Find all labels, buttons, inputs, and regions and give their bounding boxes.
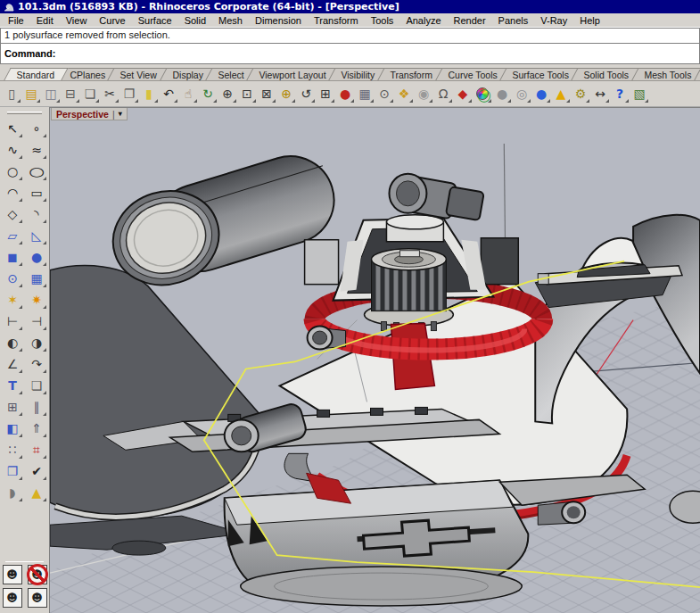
- zoom-window-button[interactable]: ⊡: [237, 83, 257, 104]
- duplicate-layer-tool[interactable]: ❐: [2, 460, 23, 482]
- undo-view-change-button[interactable]: ↺: [296, 83, 316, 104]
- select-pointer-tool[interactable]: ↖: [2, 118, 23, 139]
- car-demo-button[interactable]: ●: [335, 83, 355, 104]
- view-capture-side-button[interactable]: ☻: [28, 588, 47, 608]
- extrude-straight-tool[interactable]: ⇑: [26, 418, 47, 439]
- toolbar-grip[interactable]: [7, 112, 42, 114]
- options-gear-button[interactable]: ⚙: [571, 83, 590, 104]
- vray-banner-button[interactable]: ▧: [630, 83, 649, 104]
- view-capture-disabled-button[interactable]: ☻: [28, 565, 47, 584]
- spotlight-button[interactable]: ▲: [551, 83, 571, 104]
- cplane-button[interactable]: ▦: [355, 83, 375, 104]
- shaded-viewport-button[interactable]: ●: [492, 83, 512, 104]
- pan-view-button[interactable]: ☝: [178, 83, 198, 104]
- view-capture-rotate-button[interactable]: ☻: [3, 565, 22, 584]
- fillet-curve-tool[interactable]: ∠: [2, 353, 23, 375]
- menu-dimension[interactable]: Dimension: [249, 14, 308, 27]
- solid-sphere-tool[interactable]: ●: [26, 246, 47, 268]
- menu-surface[interactable]: Surface: [132, 14, 178, 27]
- menu-v-ray[interactable]: V-Ray: [534, 14, 573, 27]
- title-bar: 101.3dm (516893 KB) - Rhinoceros Corpora…: [0, 0, 700, 13]
- lock-button[interactable]: Ω: [433, 83, 453, 104]
- tab-surface-tools[interactable]: Surface Tools: [499, 68, 582, 80]
- rotate-view-button[interactable]: ↻: [198, 83, 218, 104]
- undo-button[interactable]: ↶: [159, 83, 178, 104]
- boolean-difference-tool[interactable]: ◑: [26, 332, 47, 353]
- group-blocks-tool[interactable]: ⊞: [2, 396, 23, 418]
- copy-button[interactable]: ❐: [119, 83, 139, 104]
- polygon-tool[interactable]: ◇: [2, 203, 23, 225]
- perspective-viewport[interactable]: Perspective | ▾: [49, 107, 700, 613]
- check-objects-tool[interactable]: ✔: [26, 460, 47, 482]
- clipping-plane-button[interactable]: ◆: [453, 83, 473, 104]
- menu-edit[interactable]: Edit: [30, 14, 60, 27]
- menu-transform[interactable]: Transform: [308, 14, 365, 27]
- move-tool[interactable]: ❏: [26, 375, 47, 396]
- view-capture-front-button[interactable]: ☻: [3, 588, 22, 608]
- control-point-curve-tool[interactable]: ≈: [26, 139, 47, 161]
- menu-file[interactable]: File: [2, 14, 30, 27]
- help-button[interactable]: ?: [610, 83, 630, 104]
- arc-tool[interactable]: ◠: [2, 182, 23, 203]
- zoom-dynamic-button[interactable]: ⊕: [218, 83, 237, 104]
- curve-tool[interactable]: ∿: [2, 139, 23, 161]
- tab-viewport-layout[interactable]: Viewport Layout: [246, 68, 340, 80]
- mesh-tool[interactable]: ▦: [26, 268, 47, 289]
- menu-tools[interactable]: Tools: [365, 14, 400, 27]
- print-button[interactable]: ⊟: [61, 83, 80, 104]
- menu-render[interactable]: Render: [448, 14, 492, 27]
- boolean-union-tool[interactable]: ◐: [2, 332, 23, 353]
- extend-curve-tool[interactable]: ↷: [26, 353, 47, 375]
- cylinder-torus-tool[interactable]: ⊙: [2, 268, 23, 289]
- menu-analyze[interactable]: Analyze: [399, 14, 447, 27]
- rendered-viewport-button[interactable]: ●: [531, 83, 551, 104]
- fillet-corner-tool[interactable]: ◝: [26, 203, 47, 225]
- tab-mesh-tools[interactable]: Mesh Tools: [631, 68, 700, 80]
- cplane-origin-button[interactable]: ⊙: [375, 83, 394, 104]
- open-file-button[interactable]: ▤: [21, 83, 41, 104]
- 3d-scene-canvas[interactable]: [50, 108, 700, 613]
- trim-tool[interactable]: ⊢: [2, 311, 23, 332]
- join-tool[interactable]: ✶: [2, 289, 23, 311]
- new-file-button[interactable]: ▯: [2, 83, 21, 104]
- dimension-button[interactable]: ↔: [590, 83, 610, 104]
- align-distribute-tool[interactable]: ∥: [26, 396, 47, 418]
- viewport-layout-button[interactable]: ⊞: [316, 83, 335, 104]
- rectangle-tool[interactable]: ▭: [26, 182, 47, 203]
- tab-curve-tools[interactable]: Curve Tools: [435, 68, 511, 80]
- array-tool[interactable]: ∷: [2, 439, 23, 460]
- zoom-extents-button[interactable]: ⊠: [257, 83, 276, 104]
- menu-panels[interactable]: Panels: [492, 14, 535, 27]
- ellipse-tool[interactable]: ○: [26, 161, 47, 182]
- extrude-solid-tool[interactable]: ◧: [2, 418, 23, 439]
- tab-standard[interactable]: Standard: [4, 68, 68, 80]
- orient-clamp-tool[interactable]: ⌗: [26, 439, 47, 460]
- paste-button[interactable]: ▮: [139, 83, 159, 104]
- command-prompt[interactable]: Command:: [0, 43, 700, 64]
- menu-solid[interactable]: Solid: [178, 14, 212, 27]
- cut-button[interactable]: ✂: [100, 83, 119, 104]
- color-wheel-button[interactable]: ◯: [473, 83, 492, 104]
- explode-tool[interactable]: ✷: [26, 289, 47, 311]
- solid-box-tool[interactable]: ◼: [2, 246, 23, 268]
- pyramid-tool[interactable]: ▲: [26, 482, 47, 503]
- split-tool[interactable]: ⊣: [26, 311, 47, 332]
- point-tool[interactable]: ∘: [26, 118, 47, 139]
- view-capture-grid: ☻ ☻ ☻ ☻: [0, 565, 49, 613]
- menu-curve[interactable]: Curve: [93, 14, 131, 27]
- ghosted-viewport-button[interactable]: ◎: [512, 83, 531, 104]
- viewport-title-dropdown[interactable]: Perspective | ▾: [51, 108, 128, 120]
- menu-help[interactable]: Help: [573, 14, 606, 27]
- export-page-button[interactable]: ❏: [80, 83, 100, 104]
- patch-surface-tool[interactable]: ◺: [26, 225, 47, 246]
- save-file-button[interactable]: ◫: [41, 83, 61, 104]
- menu-view[interactable]: View: [60, 14, 94, 27]
- cap-solid-tool[interactable]: ◗: [2, 482, 23, 503]
- zoom-selected-button[interactable]: ⊕: [276, 83, 296, 104]
- circle-tool[interactable]: ○: [2, 161, 23, 182]
- text-tool[interactable]: T: [2, 375, 23, 396]
- light-button[interactable]: ◉: [414, 83, 433, 104]
- menu-mesh[interactable]: Mesh: [212, 14, 249, 27]
- group-shapes-button[interactable]: ❖: [394, 83, 414, 104]
- surface-points-tool[interactable]: ▱: [2, 225, 23, 246]
